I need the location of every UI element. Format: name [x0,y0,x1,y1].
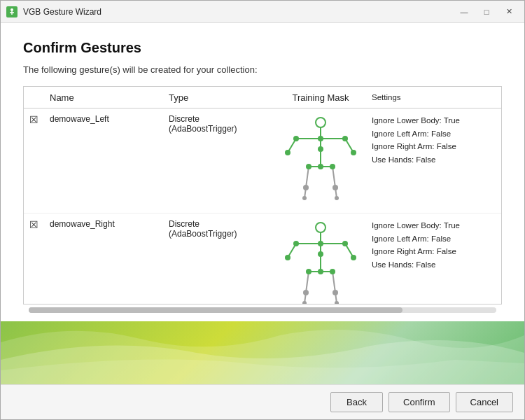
row-name-0: demowave_Left [44,108,163,214]
window-title: VGB Gesture Wizard [23,7,454,17]
row-checkbox-0[interactable]: ☒ [24,108,44,214]
svg-point-47 [303,290,309,295]
row-mask-1 [275,214,366,304]
svg-point-26 [335,196,339,200]
row-type-1: Discrete(AdaBoostTrigger) [163,214,275,304]
col-header-type: Type [163,87,275,108]
maximize-button[interactable]: □ [477,5,496,19]
svg-line-10 [306,167,309,188]
row-settings-0: Ignore Lower Body: TrueIgnore Left Arm: … [366,108,501,214]
svg-point-17 [285,150,290,155]
col-header-settings: Settings [366,87,501,108]
minimize-button[interactable]: — [454,5,474,19]
svg-point-27 [316,223,326,232]
svg-point-40 [342,241,348,246]
svg-line-36 [332,272,335,293]
col-header-check [24,87,44,108]
svg-point-15 [293,136,299,141]
svg-point-50 [335,301,339,304]
app-icon [6,6,18,18]
main-window: VGB Gesture Wizard — □ ✕ Confirm Gesture… [0,0,525,420]
table-row: ☒ demowave_Right Discrete(AdaBoostTrigge… [24,214,501,304]
window-controls: — □ ✕ [454,5,519,19]
svg-point-46 [330,269,335,274]
row-checkbox-1[interactable]: ☒ [24,214,44,304]
footer-bar: Back Confirm Cancel [1,384,524,419]
svg-line-34 [306,272,309,293]
svg-point-25 [302,196,307,200]
table-row: ☒ demowave_Left Discrete(AdaBoostTrigger… [24,108,501,214]
row-settings-1: Ignore Lower Body: TrueIgnore Left Arm: … [366,214,501,304]
svg-point-0 [10,8,13,11]
svg-line-12 [332,167,335,188]
svg-point-39 [293,241,299,246]
svg-point-16 [342,136,348,141]
table-header-row: Name Type Training Mask Settings [24,87,501,108]
confirm-button[interactable]: Confirm [388,392,450,412]
svg-point-45 [306,269,312,274]
back-button[interactable]: Back [330,392,383,412]
svg-point-41 [285,255,290,260]
svg-point-22 [330,164,335,169]
row-name-1: demowave_Right [44,214,163,304]
svg-point-49 [302,301,307,304]
row-type-0: Discrete(AdaBoostTrigger) [163,108,275,214]
svg-point-3 [316,118,326,127]
col-header-name: Name [44,87,163,108]
col-header-mask: Training Mask [275,87,366,108]
svg-point-48 [332,290,338,295]
svg-point-43 [318,251,323,257]
cancel-button[interactable]: Cancel [456,392,513,412]
svg-point-44 [318,269,323,274]
svg-point-21 [306,164,312,169]
gestures-table-container[interactable]: Name Type Training Mask Settings ☒ demow… [23,86,502,304]
bottom-decoration [1,321,524,384]
row-mask-0 [275,108,366,214]
scrollbar-track[interactable] [29,307,496,313]
page-title: Confirm Gestures [23,40,502,56]
svg-point-23 [303,185,309,190]
svg-point-19 [318,146,323,152]
gestures-table: Name Type Training Mask Settings ☒ demow… [24,87,501,304]
svg-point-14 [318,136,323,141]
svg-point-20 [318,164,323,169]
svg-point-42 [351,255,356,260]
main-area: Confirm Gestures The following gesture(s… [1,23,524,321]
title-bar: VGB Gesture Wizard — □ ✕ [1,1,524,23]
subtitle-text: The following gesture(s) will be created… [23,64,502,75]
svg-point-38 [318,241,323,246]
svg-point-24 [332,185,338,190]
svg-point-18 [351,150,356,155]
scrollbar-thumb[interactable] [29,307,402,313]
content-area: Confirm Gestures The following gesture(s… [1,23,524,419]
close-button[interactable]: ✕ [499,5,519,19]
